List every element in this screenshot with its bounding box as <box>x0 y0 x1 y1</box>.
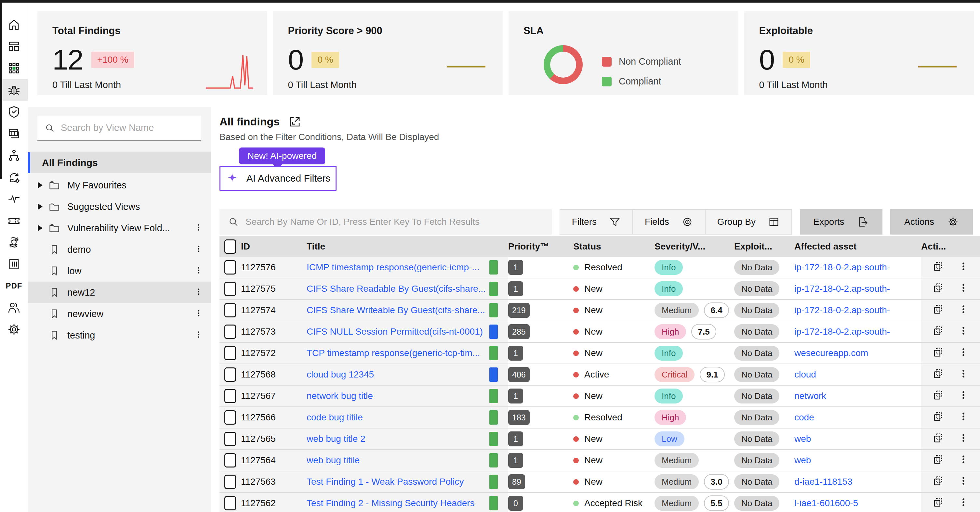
finding-title-link[interactable]: Test Finding 1 - Weak Password Policy <box>307 477 464 487</box>
row-checkbox[interactable] <box>224 389 236 403</box>
view-item-low[interactable]: low <box>28 260 211 282</box>
row-kebab-button[interactable] <box>958 325 969 339</box>
column-header[interactable] <box>489 236 508 257</box>
fields-button[interactable]: Fields <box>632 210 705 234</box>
ai-advanced-filters-button[interactable]: AI Advanced Filters <box>220 166 337 191</box>
sidebar-item-apps[interactable] <box>0 57 28 79</box>
folder-item[interactable]: Vulnerability View Fold... <box>28 217 211 239</box>
view-item-newview[interactable]: newview <box>28 303 211 325</box>
sidebar-item-data-table[interactable] <box>0 122 28 144</box>
sidebar-item-users[interactable] <box>0 296 28 319</box>
row-checkbox[interactable] <box>224 282 236 296</box>
finding-title-link[interactable]: TCP timestamp response(generic-tcp-tim..… <box>307 348 480 358</box>
sidebar-item-automation[interactable] <box>0 166 28 188</box>
view-item-testing[interactable]: testing <box>28 325 211 346</box>
affected-asset-link[interactable]: ip-172-18-0-2.ap-south- <box>794 284 890 294</box>
copy-button[interactable] <box>932 260 944 274</box>
column-header[interactable]: Affected asset <box>794 236 921 257</box>
affected-asset-link[interactable]: cloud <box>794 369 816 380</box>
sidebar-item-report[interactable] <box>0 253 28 275</box>
row-kebab-button[interactable] <box>958 282 969 296</box>
row-kebab-button[interactable] <box>958 453 969 468</box>
row-kebab-button[interactable] <box>958 346 969 360</box>
view-item-new12[interactable]: new12 <box>28 282 211 303</box>
row-kebab-button[interactable] <box>958 496 969 510</box>
finding-title-link[interactable]: Test Finding 2 - Missing Security Header… <box>307 498 475 509</box>
column-header[interactable]: Status <box>573 236 654 257</box>
kebab-menu-icon[interactable] <box>194 287 204 298</box>
copy-button[interactable] <box>932 389 944 403</box>
copy-button[interactable] <box>932 453 944 468</box>
affected-asset-link[interactable]: d-iae1-118153 <box>794 477 853 487</box>
group-by-button[interactable]: Group By <box>705 210 791 234</box>
view-item-demo[interactable]: demo <box>28 239 211 260</box>
folder-item[interactable]: Suggested Views <box>28 196 211 217</box>
affected-asset-link[interactable]: web <box>794 434 811 444</box>
copy-button[interactable] <box>932 303 944 317</box>
sidebar-item-bug[interactable] <box>0 79 28 101</box>
row-checkbox[interactable] <box>224 303 236 317</box>
kebab-menu-icon[interactable] <box>194 244 204 255</box>
copy-button[interactable] <box>932 325 944 339</box>
row-checkbox[interactable] <box>224 432 236 446</box>
actions-button[interactable]: Actions <box>890 209 973 235</box>
row-checkbox[interactable] <box>224 475 236 489</box>
finding-title-link[interactable]: cloud bug 12345 <box>307 369 374 380</box>
affected-asset-link[interactable]: wesecureapp.com <box>794 348 868 358</box>
affected-asset-link[interactable]: ip-172-18-0-2.ap-south- <box>794 327 890 337</box>
row-kebab-button[interactable] <box>958 389 969 403</box>
row-kebab-button[interactable] <box>958 475 969 489</box>
sidebar-item-pdf[interactable]: PDF <box>0 275 28 296</box>
row-kebab-button[interactable] <box>958 411 969 425</box>
caret-right-icon[interactable] <box>38 182 43 189</box>
column-header[interactable]: ID <box>241 236 307 257</box>
sidebar-item-hierarchy[interactable] <box>0 144 28 166</box>
sidebar-item-settings[interactable] <box>0 319 28 340</box>
affected-asset-link[interactable]: code <box>794 412 814 423</box>
select-all-checkbox[interactable] <box>224 239 236 254</box>
row-checkbox[interactable] <box>224 496 236 510</box>
copy-button[interactable] <box>932 432 944 446</box>
affected-asset-link[interactable]: network <box>794 391 826 401</box>
finding-title-link[interactable]: CIFS Share Writeable By Guest(cifs-share… <box>307 305 485 315</box>
finding-title-link[interactable]: ICMP timestamp response(generic-icmp-... <box>307 262 480 273</box>
column-header[interactable]: Priority™ <box>508 236 573 257</box>
column-header[interactable]: Acti... <box>921 236 980 257</box>
finding-title-link[interactable]: web bug title 2 <box>307 434 366 444</box>
popup-expand-icon[interactable] <box>289 116 301 128</box>
sidebar-item-ticket[interactable] <box>0 209 28 231</box>
copy-button[interactable] <box>932 346 944 360</box>
finding-title-link[interactable]: web bug titile <box>307 455 360 466</box>
column-header[interactable]: Exploit... <box>734 236 794 257</box>
sidebar-item-home[interactable] <box>0 14 28 35</box>
column-header[interactable]: Severity/V... <box>654 236 734 257</box>
filters-button[interactable]: Filters <box>560 210 632 234</box>
row-kebab-button[interactable] <box>958 303 969 317</box>
kebab-menu-icon[interactable] <box>194 330 204 341</box>
row-checkbox[interactable] <box>224 410 236 425</box>
view-search-input[interactable] <box>61 122 194 133</box>
copy-button[interactable] <box>932 368 944 382</box>
row-checkbox[interactable] <box>224 453 236 468</box>
row-kebab-button[interactable] <box>958 260 969 274</box>
row-checkbox[interactable] <box>224 346 236 360</box>
kebab-menu-icon[interactable] <box>194 265 204 276</box>
row-checkbox[interactable] <box>224 368 236 382</box>
sidebar-item-activity[interactable] <box>0 188 28 209</box>
affected-asset-link[interactable]: ip-172-18-0-2.ap-south- <box>794 262 890 273</box>
finding-title-link[interactable]: network bug title <box>307 391 373 401</box>
copy-button[interactable] <box>932 475 944 489</box>
affected-asset-link[interactable]: web <box>794 455 811 466</box>
row-kebab-button[interactable] <box>958 432 969 446</box>
copy-button[interactable] <box>932 411 944 425</box>
sidebar-item-shield-check[interactable] <box>0 101 28 122</box>
affected-asset-link[interactable]: ip-172-18-0-2.ap-south- <box>794 305 890 315</box>
sidebar-item-all-findings[interactable]: All Findings <box>28 152 211 173</box>
exports-button[interactable]: Exports <box>800 209 883 235</box>
column-header[interactable]: Title <box>307 236 489 257</box>
kebab-menu-icon[interactable] <box>194 308 204 319</box>
findings-search-input[interactable] <box>245 217 543 227</box>
caret-right-icon[interactable] <box>38 203 43 210</box>
finding-title-link[interactable]: CIFS Share Readable By Guest(cifs-share.… <box>307 284 486 294</box>
finding-title-link[interactable]: CIFS NULL Session Permitted(cifs-nt-0001… <box>307 327 483 337</box>
